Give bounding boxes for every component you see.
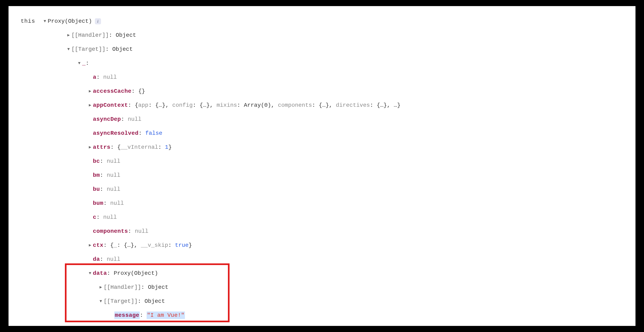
val-da: null bbox=[107, 255, 120, 263]
appctx-config-k: config bbox=[172, 102, 193, 109]
appctx-app-k: app bbox=[138, 102, 148, 109]
caret-down-icon[interactable] bbox=[66, 47, 72, 52]
underscore-colon: : bbox=[86, 60, 89, 67]
appctx-directives-v: {…} bbox=[377, 102, 387, 109]
val-bu: null bbox=[107, 185, 120, 193]
caret-down-icon[interactable] bbox=[87, 270, 93, 276]
appctx-components-k: components bbox=[278, 102, 312, 109]
data-handler-val: Object bbox=[148, 283, 168, 291]
appctx-directives-k: directives bbox=[336, 102, 370, 109]
appctx-suffix: , …} bbox=[387, 102, 400, 109]
key-bm: bm bbox=[93, 171, 100, 179]
this-label: this bbox=[21, 18, 35, 25]
prop-bu[interactable]: bu: null bbox=[21, 182, 623, 196]
info-icon[interactable]: i bbox=[95, 18, 101, 24]
attrs-iv: 1 bbox=[165, 143, 168, 151]
key-bc: bc bbox=[93, 157, 100, 165]
ctx-prefix: { bbox=[110, 241, 114, 249]
val-message: "I am Vue!" bbox=[146, 311, 185, 319]
data-handler-row[interactable]: [[Handler]] : Object bbox=[21, 280, 623, 294]
caret-right-icon[interactable] bbox=[87, 89, 93, 94]
val-bm: null bbox=[107, 171, 120, 179]
caret-right-icon[interactable] bbox=[66, 33, 72, 38]
handler-value: Object bbox=[116, 32, 136, 39]
key-message: message bbox=[114, 311, 140, 319]
prop-message[interactable]: message : "I am Vue!" bbox=[21, 308, 623, 322]
ctx-u-k: _ bbox=[114, 241, 117, 249]
caret-down-icon[interactable] bbox=[42, 19, 48, 24]
key-asyncDep: asyncDep bbox=[93, 116, 121, 123]
ctx-skip-k: __v_skip bbox=[141, 241, 168, 249]
key-components: components bbox=[93, 227, 128, 235]
brace-open: { bbox=[135, 102, 138, 109]
key-da: da bbox=[93, 255, 100, 263]
prop-accessCache[interactable]: accessCache : {} bbox=[21, 84, 623, 98]
prop-bc[interactable]: bc: null bbox=[21, 154, 623, 168]
target-key: [[Target]] bbox=[72, 46, 106, 53]
key-c: c bbox=[93, 213, 96, 221]
key-ctx: ctx bbox=[93, 241, 104, 249]
appctx-components-v: {…} bbox=[319, 102, 329, 109]
val-asyncResolved: false bbox=[146, 129, 162, 137]
ctx-suffix: } bbox=[188, 241, 192, 249]
attrs-suffix: } bbox=[168, 143, 172, 151]
prop-da[interactable]: da: null bbox=[21, 252, 623, 266]
key-asyncResolved: asyncResolved bbox=[93, 129, 138, 137]
key-accessCache: accessCache bbox=[93, 88, 132, 95]
prop-appContext[interactable]: appContext : { app: {…}, config: {…}, mi… bbox=[21, 98, 623, 112]
prop-c[interactable]: c: null bbox=[21, 210, 623, 224]
attrs-ik: __vInternal bbox=[121, 143, 158, 151]
caret-down-icon[interactable] bbox=[98, 298, 104, 304]
caret-right-icon[interactable] bbox=[87, 242, 93, 248]
prop-components[interactable]: components: null bbox=[21, 224, 623, 238]
appctx-mixins-v: Array(0) bbox=[244, 102, 271, 109]
target-row[interactable]: [[Target]] : Object bbox=[21, 42, 623, 56]
caret-right-icon[interactable] bbox=[87, 145, 93, 150]
underscore-row[interactable]: _ : bbox=[21, 56, 623, 70]
key-appContext: appContext bbox=[93, 102, 128, 109]
underscore-key: _ bbox=[82, 60, 86, 67]
caret-right-icon[interactable] bbox=[98, 284, 104, 290]
data-target-val: Object bbox=[144, 297, 165, 305]
handler-key: [[Handler]] bbox=[72, 32, 109, 39]
appctx-app-v: {…} bbox=[155, 102, 165, 109]
proxy-label: Proxy(Object) bbox=[48, 18, 92, 25]
data-target-row[interactable]: [[Target]] : Object bbox=[21, 294, 623, 308]
key-bum: bum bbox=[93, 199, 104, 207]
val-a: null bbox=[103, 74, 117, 81]
val-c: null bbox=[103, 213, 117, 221]
val-bum: null bbox=[110, 199, 124, 207]
attrs-prefix: { bbox=[117, 143, 121, 151]
data-target-key: [[Target]] bbox=[104, 297, 138, 305]
prop-bum[interactable]: bum: null bbox=[21, 196, 623, 210]
prop-asyncResolved[interactable]: asyncResolved : false bbox=[21, 126, 623, 140]
val-components: null bbox=[135, 227, 148, 235]
appctx-config-v: {…} bbox=[200, 102, 210, 109]
ctx-u-v: {…} bbox=[124, 241, 134, 249]
root-row[interactable]: this Proxy(Object) i bbox=[21, 14, 623, 28]
key-a: a bbox=[93, 74, 96, 81]
prop-a[interactable]: a : null bbox=[21, 70, 623, 84]
ctx-skip-v: true bbox=[175, 241, 188, 249]
prop-asyncDep[interactable]: asyncDep : null bbox=[21, 112, 623, 126]
prop-bm[interactable]: bm: null bbox=[21, 168, 623, 182]
handler-row[interactable]: [[Handler]] : Object bbox=[21, 28, 623, 42]
appctx-mixins-k: mixins bbox=[216, 102, 237, 109]
caret-down-icon[interactable] bbox=[76, 61, 82, 66]
console-object-inspector: this Proxy(Object) i [[Handler]] : Objec… bbox=[8, 6, 636, 326]
key-data: data bbox=[93, 269, 107, 277]
key-bu: bu bbox=[93, 185, 100, 193]
val-accessCache: {} bbox=[138, 88, 145, 95]
caret-right-icon[interactable] bbox=[87, 103, 93, 108]
val-asyncDep: null bbox=[128, 116, 141, 123]
val-data: Proxy(Object) bbox=[114, 269, 158, 277]
data-handler-key: [[Handler]] bbox=[104, 283, 141, 291]
prop-ctx[interactable]: ctx : { _: {…}, __v_skip: true } bbox=[21, 238, 623, 252]
prop-data[interactable]: data : Proxy(Object) bbox=[21, 266, 623, 280]
prop-attrs[interactable]: attrs : { __vInternal: 1 } bbox=[21, 140, 623, 154]
val-bc: null bbox=[107, 157, 120, 165]
key-attrs: attrs bbox=[93, 143, 110, 151]
target-value: Object bbox=[112, 46, 133, 53]
